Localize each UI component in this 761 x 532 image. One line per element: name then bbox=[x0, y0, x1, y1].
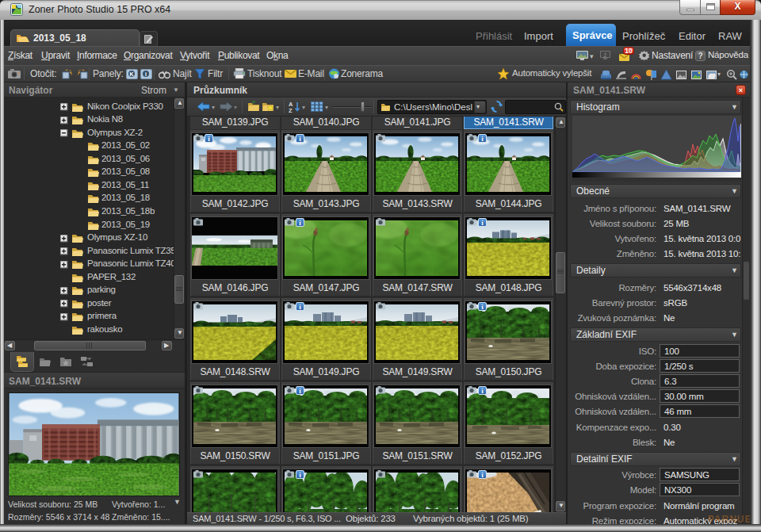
svg-text:2: 2 bbox=[604, 52, 607, 58]
svg-text:K: K bbox=[129, 71, 133, 77]
svg-text:Z: Z bbox=[289, 107, 293, 113]
svg-text:i: i bbox=[145, 71, 147, 77]
